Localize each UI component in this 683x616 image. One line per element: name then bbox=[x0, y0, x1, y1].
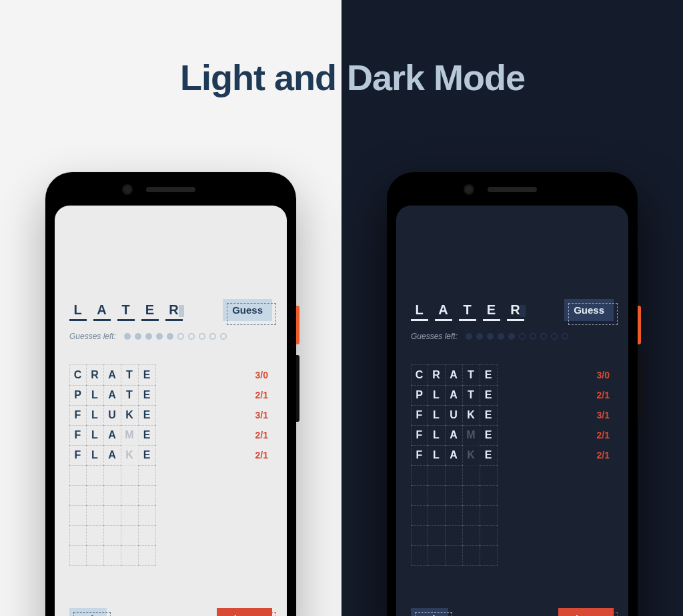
input-slot[interactable]: T bbox=[117, 302, 135, 321]
history-letter-empty bbox=[139, 525, 156, 546]
input-slot[interactable]: A bbox=[93, 302, 111, 321]
phone-camera bbox=[122, 184, 133, 195]
guess-dot bbox=[188, 333, 195, 340]
history-letter: A bbox=[446, 385, 463, 406]
guess-dot bbox=[476, 333, 483, 340]
history-score: 3/1 bbox=[255, 410, 272, 420]
guess-button[interactable]: Guess bbox=[564, 299, 614, 321]
history-letter-empty bbox=[69, 465, 87, 486]
input-slot[interactable]: E bbox=[483, 302, 500, 321]
history-letter-empty bbox=[69, 505, 87, 526]
history-letter: E bbox=[139, 405, 156, 426]
guesses-left-label: Guesses left: bbox=[411, 332, 458, 341]
history-letter-empty bbox=[69, 485, 87, 506]
input-slot[interactable]: R bbox=[165, 302, 183, 321]
history-row: CRATE3/0 bbox=[411, 365, 614, 385]
history-letter: M bbox=[463, 425, 480, 446]
bottom-bar: Exit Give up bbox=[411, 588, 614, 616]
history-letter-empty bbox=[104, 545, 121, 566]
input-slot[interactable]: T bbox=[459, 302, 476, 321]
phone-mockup-light: LATER Guess Guesses left: CRATE3/0PLATE2… bbox=[45, 172, 296, 616]
guess-dot bbox=[551, 333, 558, 340]
history-letter: E bbox=[480, 405, 498, 426]
input-row: LATER Guess bbox=[411, 299, 614, 321]
input-slot[interactable]: L bbox=[69, 302, 87, 321]
history-letter-empty bbox=[121, 485, 139, 506]
input-slot[interactable]: A bbox=[435, 302, 452, 321]
history-row: FLAME2/1 bbox=[69, 425, 272, 445]
history-letter-empty bbox=[139, 545, 156, 566]
history-letter-empty bbox=[121, 525, 139, 546]
input-slots[interactable]: LATER bbox=[411, 302, 524, 321]
input-slots[interactable]: LATER bbox=[69, 302, 183, 321]
history-letter: E bbox=[139, 364, 156, 386]
giveup-button[interactable]: Give up bbox=[217, 608, 272, 616]
guess-dot bbox=[135, 333, 141, 340]
guesses-left-row: Guesses left: bbox=[69, 332, 272, 341]
guess-dot bbox=[167, 333, 173, 340]
history-letter: E bbox=[139, 425, 156, 446]
history-letter: P bbox=[411, 385, 428, 406]
history-letter: E bbox=[480, 385, 498, 406]
history-letter-empty bbox=[480, 505, 498, 526]
history-letter-empty bbox=[87, 505, 104, 526]
guess-dot bbox=[530, 333, 536, 340]
guess-dot bbox=[199, 333, 205, 340]
guess-history: CRATE3/0PLATE2/1FLUKE3/1FLAME2/1FLAKE2/1 bbox=[411, 365, 614, 565]
guess-button[interactable]: Guess bbox=[223, 299, 272, 321]
guesses-left-dots bbox=[124, 333, 227, 340]
history-row: FLAME2/1 bbox=[411, 425, 614, 445]
guess-dot bbox=[540, 333, 547, 340]
history-letter-empty bbox=[87, 525, 104, 546]
history-letter-empty bbox=[480, 465, 498, 486]
guess-history: CRATE3/0PLATE2/1FLUKE3/1FLAME2/1FLAKE2/1 bbox=[69, 365, 272, 565]
exit-button[interactable]: Exit bbox=[69, 608, 107, 616]
exit-button[interactable]: Exit bbox=[411, 608, 448, 616]
history-row-empty bbox=[411, 545, 614, 565]
history-letter: F bbox=[69, 445, 87, 466]
history-letter-empty bbox=[139, 465, 156, 486]
input-slot[interactable]: R bbox=[507, 302, 524, 321]
history-letter-empty bbox=[480, 525, 498, 546]
history-letter-empty bbox=[446, 505, 463, 526]
history-score: 3/0 bbox=[255, 370, 272, 380]
history-letter-empty bbox=[463, 525, 480, 546]
history-letter: F bbox=[411, 405, 428, 426]
history-letter-empty bbox=[446, 545, 463, 566]
giveup-button[interactable]: Give up bbox=[558, 608, 614, 616]
phone-camera bbox=[464, 184, 474, 195]
history-score: 2/1 bbox=[597, 390, 614, 400]
history-letter: T bbox=[463, 364, 480, 386]
guess-dot bbox=[519, 333, 526, 340]
history-letter-empty bbox=[480, 545, 498, 566]
history-letter: K bbox=[463, 445, 480, 466]
history-score: 3/0 bbox=[597, 370, 614, 380]
history-letter-empty bbox=[121, 545, 139, 566]
history-letter: C bbox=[69, 364, 87, 386]
history-letter: E bbox=[139, 385, 156, 406]
history-row-empty bbox=[411, 525, 614, 545]
screen-light: LATER Guess Guesses left: CRATE3/0PLATE2… bbox=[55, 206, 287, 616]
history-row-empty bbox=[411, 465, 614, 485]
history-letter-empty bbox=[104, 465, 121, 486]
history-letter-empty bbox=[463, 465, 480, 486]
phone-speaker bbox=[146, 187, 195, 192]
history-letter: A bbox=[104, 364, 121, 386]
history-letter: L bbox=[87, 385, 104, 406]
bottom-bar: Exit Give up bbox=[69, 588, 272, 616]
history-letter: K bbox=[463, 405, 480, 426]
history-letter-empty bbox=[411, 525, 428, 546]
history-letter: L bbox=[87, 425, 104, 446]
history-letter: T bbox=[121, 364, 139, 386]
guess-dot bbox=[220, 333, 227, 340]
history-letter-empty bbox=[428, 505, 446, 526]
guess-dot bbox=[145, 333, 152, 340]
headline-dark: Dark Mode bbox=[347, 57, 525, 98]
phone-mockup-dark: LATER Guess Guesses left: CRATE3/0PLATE2… bbox=[387, 172, 638, 616]
history-letter: L bbox=[87, 405, 104, 426]
history-letter-empty bbox=[428, 545, 446, 566]
input-slot[interactable]: E bbox=[141, 302, 159, 321]
history-letter: A bbox=[446, 445, 463, 466]
input-slot[interactable]: L bbox=[411, 302, 428, 321]
history-letter: F bbox=[69, 405, 87, 426]
